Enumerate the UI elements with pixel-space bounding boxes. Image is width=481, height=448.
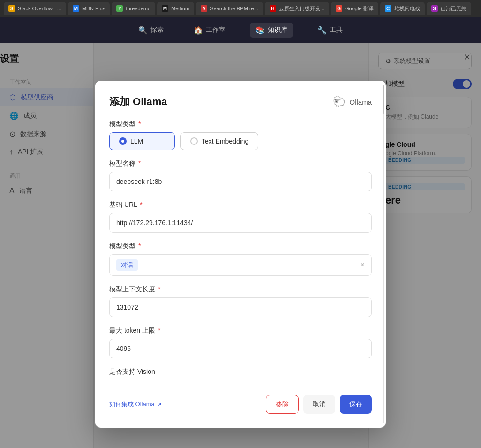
tab-huawei[interactable]: H 云原生入门级开发... xyxy=(265,2,329,15)
radio-llm[interactable]: LLM xyxy=(109,132,175,150)
model-name-group: 模型名称 * xyxy=(109,159,372,191)
context-length-group: 模型上下文长度 * xyxy=(109,285,372,317)
tab-medium[interactable]: M Medium xyxy=(157,2,194,15)
model-type-label: 模型类型 * xyxy=(109,120,372,129)
model-name-input[interactable] xyxy=(109,172,372,191)
base-url-label: 基础 URL * xyxy=(109,201,372,209)
model-name-label: 模型名称 * xyxy=(109,159,372,168)
modal-footer: 如何集成 Ollama ↗ 移除 取消 保存 xyxy=(109,387,372,414)
studio-icon: 🏠 xyxy=(194,26,203,35)
radio-dot-embedding xyxy=(190,137,198,145)
external-link-icon: ↗ xyxy=(157,401,162,408)
top-navigation: 🔍 探索 🏠 工作室 📚 知识库 🔧 工具 xyxy=(0,17,481,43)
max-token-input[interactable] xyxy=(109,339,372,358)
tools-icon: 🔧 xyxy=(317,26,327,35)
max-token-group: 最大 token 上限 * xyxy=(109,327,372,358)
save-button[interactable]: 保存 xyxy=(340,395,372,414)
tab-rpm[interactable]: A Search the RPM re... xyxy=(196,2,263,15)
remove-button[interactable]: 移除 xyxy=(266,395,299,414)
modal-actions: 移除 取消 保存 xyxy=(266,395,372,414)
knowledge-icon: 📚 xyxy=(256,26,265,35)
tab-stackoverflow[interactable]: S Stack Overflow - ... xyxy=(4,2,66,15)
max-token-label: 最大 token 上限 * xyxy=(109,327,372,335)
radio-text-embedding[interactable]: Text Embedding xyxy=(180,132,258,150)
vision-label: 是否支持 Vision xyxy=(109,368,372,376)
integration-link[interactable]: 如何集成 Ollama ↗ xyxy=(109,400,162,409)
radio-group: LLM Text Embedding xyxy=(109,132,372,150)
tab-shanhe[interactable]: S 山河已无恙 xyxy=(427,2,471,15)
nav-explore[interactable]: 🔍 探索 xyxy=(133,23,169,38)
select-clear-icon[interactable]: × xyxy=(361,261,365,269)
model-type-radio-group: 模型类型 * LLM Text Embedding xyxy=(109,120,372,150)
model-category-group: 模型类型 * 对话 × xyxy=(109,242,372,276)
ollama-icon: 🐑 xyxy=(333,96,346,108)
vision-group: 是否支持 Vision xyxy=(109,368,372,376)
modal-scrollbar-thumb xyxy=(383,85,384,114)
tab-mdn[interactable]: M MDN Plus xyxy=(68,2,110,15)
base-url-group: 基础 URL * xyxy=(109,201,372,233)
modal-dialog: 添加 Ollama 🐑 Ollama 模型类型 * xyxy=(95,81,386,428)
base-url-input[interactable] xyxy=(109,213,372,233)
nav-knowledge[interactable]: 📚 知识库 xyxy=(250,23,293,38)
tab-stack-war[interactable]: C 堆栈闪电战 xyxy=(380,2,425,15)
nav-tools[interactable]: 🔧 工具 xyxy=(312,23,348,38)
modal-backdrop: 添加 Ollama 🐑 Ollama 模型类型 * xyxy=(0,43,481,448)
tab-threedemo[interactable]: Y threedemo xyxy=(112,2,155,15)
model-category-select[interactable]: 对话 × xyxy=(109,254,372,276)
model-category-tag: 对话 xyxy=(116,259,138,271)
modal-logo: 🐑 Ollama xyxy=(333,96,372,108)
modal-scrollbar[interactable] xyxy=(383,85,384,423)
tab-google-translate[interactable]: G Google 翻译 xyxy=(331,2,378,15)
radio-dot-llm xyxy=(119,137,127,145)
model-category-label: 模型类型 * xyxy=(109,242,372,251)
explore-icon: 🔍 xyxy=(138,26,148,35)
context-length-label: 模型上下文长度 * xyxy=(109,285,372,294)
modal-title: 添加 Ollama xyxy=(109,95,167,109)
nav-studio[interactable]: 🏠 工作室 xyxy=(188,23,231,38)
modal-header: 添加 Ollama 🐑 Ollama xyxy=(109,95,372,109)
context-length-input[interactable] xyxy=(109,297,372,317)
content-area: 设置 工作空间 ⬡ 模型供应商 🌐 成员 ⊙ 数据来源 ↑ API 扩展 通用 … xyxy=(0,43,481,448)
browser-tabs: S Stack Overflow - ... M MDN Plus Y thre… xyxy=(0,0,481,17)
cancel-button[interactable]: 取消 xyxy=(303,395,335,414)
